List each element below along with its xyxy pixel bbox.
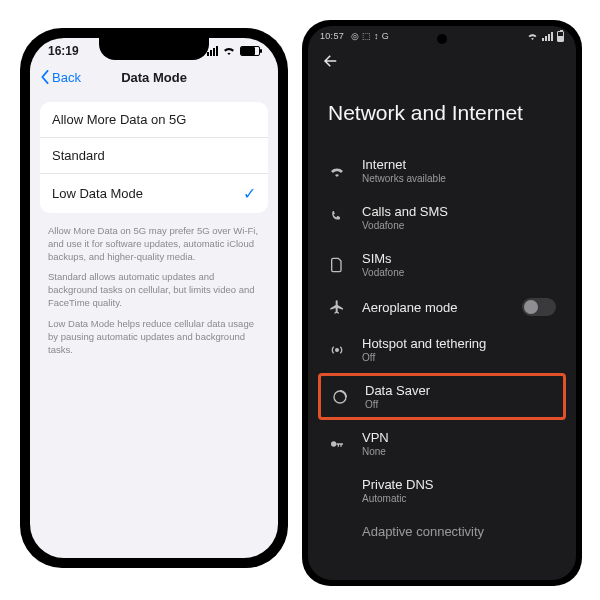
option-label: Allow More Data on 5G	[52, 112, 186, 127]
item-sub: Networks available	[362, 173, 446, 184]
item-sub: Automatic	[362, 493, 434, 504]
item-sub: Vodafone	[362, 267, 404, 278]
iphone-screen: 16:19 Back Data Mode	[30, 38, 278, 558]
svg-point-2	[331, 441, 336, 446]
android-screen: 10:57 ◎ ⬚ ↕ G Network and Internet	[308, 26, 576, 580]
data-saver-icon	[331, 389, 349, 405]
footer-text: Low Data Mode helps reduce cellular data…	[48, 318, 260, 356]
item-label: Adaptive connectivity	[362, 524, 484, 539]
item-adaptive-connectivity[interactable]: Adaptive connectivity	[308, 514, 576, 549]
iphone-notch	[99, 38, 209, 60]
item-hotspot[interactable]: Hotspot and tethering Off	[308, 326, 576, 373]
wifi-icon	[222, 44, 236, 58]
checkmark-icon: ✓	[243, 184, 256, 203]
settings-list: Internet Networks available Calls and SM…	[308, 147, 576, 549]
option-allow-more-5g[interactable]: Allow More Data on 5G	[40, 102, 268, 138]
signal-icon	[207, 46, 218, 56]
item-label: Aeroplane mode	[362, 300, 457, 315]
phone-sms-icon	[328, 210, 346, 226]
back-button[interactable]: Back	[40, 70, 81, 85]
item-sub: Off	[365, 399, 430, 410]
item-label: Internet	[362, 157, 446, 172]
android-clock: 10:57	[320, 31, 344, 41]
android-status-indicators: ◎ ⬚ ↕ G	[351, 31, 389, 41]
back-button[interactable]	[308, 44, 576, 77]
item-label: Hotspot and tethering	[362, 336, 486, 351]
item-calls-sms[interactable]: Calls and SMS Vodafone	[308, 194, 576, 241]
wifi-icon	[328, 165, 346, 177]
item-data-saver[interactable]: Data Saver Off	[318, 373, 566, 420]
item-sub: Off	[362, 352, 486, 363]
signal-icon	[542, 32, 553, 41]
battery-icon	[240, 46, 260, 56]
item-private-dns[interactable]: Private DNS Automatic	[308, 467, 576, 514]
iphone-frame: 16:19 Back Data Mode	[20, 28, 288, 568]
punch-hole-camera	[437, 34, 447, 44]
ios-nav-bar: Back Data Mode	[30, 62, 278, 92]
page-title: Network and Internet	[308, 77, 576, 147]
ios-clock: 16:19	[48, 44, 79, 58]
option-label: Standard	[52, 148, 105, 163]
arrow-left-icon	[322, 52, 340, 70]
item-sub: Vodafone	[362, 220, 448, 231]
item-aeroplane-mode[interactable]: Aeroplane mode	[308, 288, 576, 326]
item-sub: None	[362, 446, 389, 457]
footer-text: Standard allows automatic updates and ba…	[48, 271, 260, 309]
vpn-key-icon	[328, 436, 346, 452]
page-title: Data Mode	[121, 70, 187, 85]
android-frame: 10:57 ◎ ⬚ ↕ G Network and Internet	[302, 20, 582, 586]
footer-text: Allow More Data on 5G may prefer 5G over…	[48, 225, 260, 263]
chevron-left-icon	[40, 70, 50, 84]
item-vpn[interactable]: VPN None	[308, 420, 576, 467]
item-label: VPN	[362, 430, 389, 445]
item-internet[interactable]: Internet Networks available	[308, 147, 576, 194]
option-label: Low Data Mode	[52, 186, 143, 201]
item-label: Data Saver	[365, 383, 430, 398]
item-label: Calls and SMS	[362, 204, 448, 219]
sim-icon	[328, 257, 346, 273]
airplane-icon	[328, 299, 346, 315]
hotspot-icon	[328, 342, 346, 358]
data-mode-options: Allow More Data on 5G Standard Low Data …	[40, 102, 268, 213]
item-label: Private DNS	[362, 477, 434, 492]
options-footer: Allow More Data on 5G may prefer 5G over…	[30, 221, 278, 368]
wifi-icon	[527, 32, 538, 42]
back-label: Back	[52, 70, 81, 85]
aeroplane-toggle[interactable]	[522, 298, 556, 316]
option-low-data-mode[interactable]: Low Data Mode ✓	[40, 174, 268, 213]
svg-point-0	[336, 348, 339, 351]
option-standard[interactable]: Standard	[40, 138, 268, 174]
item-label: SIMs	[362, 251, 404, 266]
battery-icon	[557, 31, 564, 42]
item-sims[interactable]: SIMs Vodafone	[308, 241, 576, 288]
